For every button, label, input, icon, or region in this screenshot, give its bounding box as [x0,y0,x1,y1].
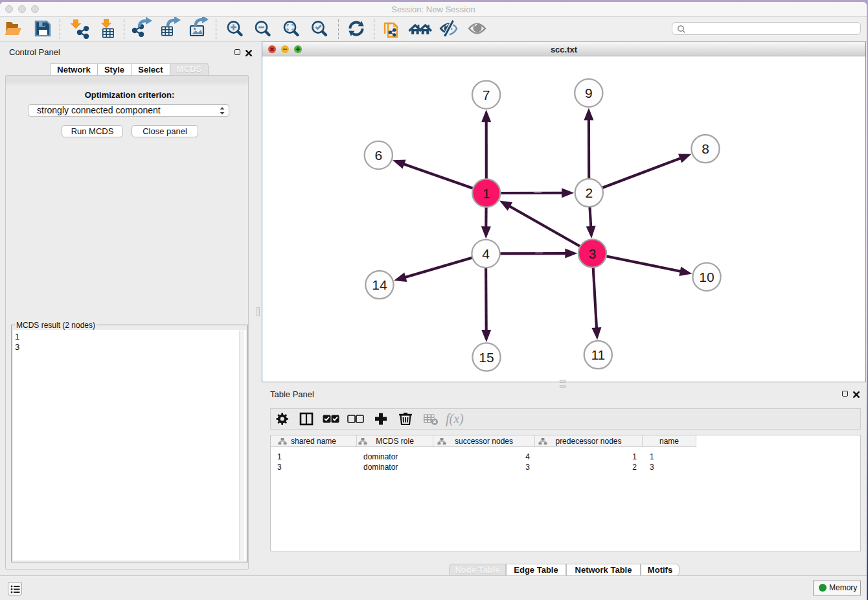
svg-text:8: 8 [702,141,709,156]
svg-text:7: 7 [483,87,490,102]
svg-text:15: 15 [479,350,494,365]
svg-text:11: 11 [591,347,605,362]
svg-text:10: 10 [699,270,714,284]
svg-text:1: 1 [483,186,490,201]
svg-text:f(x): f(x) [446,411,464,426]
svg-text:9: 9 [585,86,593,100]
svg-text:6: 6 [374,148,382,163]
svg-text:2: 2 [585,185,593,200]
svg-text:4: 4 [482,246,490,261]
svg-text:3: 3 [589,246,597,261]
svg-text:14: 14 [372,277,387,292]
